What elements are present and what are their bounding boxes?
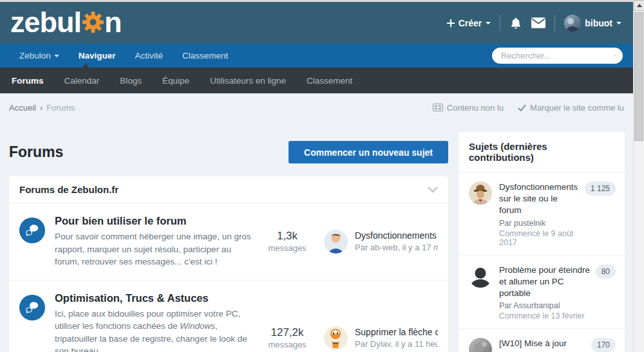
- recent-topics-card: Sujets (dernières contributions) Dysfonc…: [459, 132, 625, 352]
- forum-row-utiliser: Pour bien utiliser le forum Pour savoir …: [9, 203, 448, 281]
- message-count: 127,2k: [260, 326, 315, 339]
- divider: [554, 15, 555, 32]
- comments-icon: [19, 218, 45, 243]
- forum-description: Ici, place aux bidouilles pour optimiser…: [55, 308, 252, 352]
- plus-icon: [447, 19, 455, 27]
- scrollbar-thumb[interactable]: [634, 12, 643, 141]
- topic-author: Par pustelnik: [499, 219, 580, 228]
- unread-content-link[interactable]: Contenu non lu: [433, 103, 504, 113]
- category-header: Forums de Zebulon.fr: [9, 176, 448, 203]
- create-label: Créer: [459, 18, 482, 28]
- logo-text-left: zebul: [10, 9, 81, 37]
- nav-classement[interactable]: Classement: [182, 51, 228, 60]
- topic-author: Par Assurbanipal: [499, 301, 591, 310]
- caret-down-icon: [54, 55, 59, 57]
- tab-classement[interactable]: Classement: [307, 76, 352, 86]
- caret-down-icon: [486, 22, 491, 24]
- divider: [500, 15, 500, 32]
- last-post-title[interactable]: Dysfonctionnements sur l...: [355, 230, 438, 241]
- topic-info: Problème pour éteindre et allumer un PC …: [499, 264, 591, 321]
- category-title[interactable]: Forums de Zebulon.fr: [19, 184, 118, 195]
- last-post: Supprimer la flèche des ic... Par Dylav,…: [324, 326, 438, 350]
- bell-icon: [509, 17, 522, 30]
- last-post-avatar[interactable]: [324, 230, 348, 254]
- sidebar: Sujets (dernières contributions) Dysfonc…: [459, 132, 625, 352]
- comments-icon: [19, 295, 45, 320]
- forum-category-card: Forums de Zebulon.fr Pour bien utiliser …: [9, 176, 448, 352]
- forum-row-optimisation: Optimisation, Trucs & Astuces Ici, place…: [9, 281, 448, 352]
- nav-label: Activité: [135, 51, 164, 60]
- search-input[interactable]: [501, 51, 614, 60]
- topic-avatar[interactable]: [469, 181, 492, 205]
- logo-text-right: n: [104, 9, 122, 37]
- topic-info: Dysfonctionnements sur le site ou le for…: [499, 181, 580, 247]
- page-title: Forums: [9, 144, 63, 161]
- messages-button[interactable]: [531, 17, 545, 28]
- header-actions: Créer bibuot: [447, 15, 621, 32]
- nav-activite[interactable]: Activité: [135, 51, 164, 60]
- forum-info: Pour bien utiliser le forum Pour savoir …: [55, 215, 260, 268]
- topic-title[interactable]: Dysfonctionnements sur le site ou le for…: [499, 181, 580, 217]
- site-header: zebul n: [0, 2, 633, 44]
- nav-zebulon[interactable]: Zebulon: [19, 51, 59, 60]
- tab-utilisateurs[interactable]: Utilisateurs en ligne: [210, 76, 286, 86]
- topic-started: Commencé le 13 février: [499, 311, 591, 320]
- last-post-meta: Par Dylav, il y a 11 heures: [355, 339, 438, 349]
- message-count-label: messages: [260, 243, 315, 253]
- nav-naviguer[interactable]: Naviguer: [79, 51, 116, 60]
- page-title-row: Forums Commencer un nouveau sujet: [9, 141, 448, 163]
- user-menu[interactable]: bibuot: [564, 15, 621, 32]
- user-avatar: [564, 15, 581, 32]
- breadcrumb-bar: Accueil › Forums Contenu non lu Marquer …: [0, 93, 633, 122]
- message-count-label: messages: [260, 340, 315, 349]
- new-topic-button[interactable]: Commencer un nouveau sujet: [289, 141, 448, 163]
- nav-label: Classement: [182, 51, 228, 60]
- tab-blogs[interactable]: Blogs: [120, 76, 142, 86]
- primary-nav: Zebulon Naviguer Activité Classement: [0, 44, 633, 68]
- page: zebul n: [0, 2, 633, 352]
- reply-count-badge: 80: [596, 264, 616, 279]
- topic-item: Problème pour éteindre et allumer un PC …: [459, 255, 625, 329]
- last-post-meta: Par ab-web, il y a 17 minutes: [355, 243, 438, 252]
- forum-stats: 127,2k messages: [260, 326, 315, 349]
- chevron-down-icon[interactable]: [428, 187, 438, 193]
- breadcrumb: Accueil › Forums: [9, 103, 75, 113]
- envelope-icon: [531, 17, 545, 28]
- topic-item: [W10] Mise à jour 2021 - 21H1 et 21H2 Pa…: [459, 329, 625, 352]
- forum-title[interactable]: Pour bien utiliser le forum: [55, 215, 252, 227]
- topic-item: Dysfonctionnements sur le site ou le for…: [459, 172, 625, 255]
- scroll-up-icon: [637, 4, 642, 7]
- last-post-avatar[interactable]: [324, 326, 348, 350]
- message-count: 1,3k: [260, 230, 315, 243]
- search-icon[interactable]: [614, 51, 616, 60]
- mark-site-read-label: Marquer le site comme lu: [530, 103, 624, 113]
- nav-label: Zebulon: [19, 51, 51, 60]
- breadcrumb-separator: ›: [40, 103, 43, 113]
- search-box: [492, 48, 623, 64]
- scrollbar-up-button[interactable]: [634, 0, 644, 11]
- nav-label: Naviguer: [79, 51, 116, 60]
- topic-avatar[interactable]: [469, 338, 492, 352]
- last-post-title[interactable]: Supprimer la flèche des ic...: [355, 327, 438, 337]
- user-name: bibuot: [585, 18, 612, 28]
- mark-site-read-link[interactable]: Marquer le site comme lu: [518, 103, 624, 113]
- sidebar-title: Sujets (dernières contributions): [459, 132, 625, 172]
- topic-info: [W10] Mise à jour 2021 - 21H1 et 21H2 Pa…: [499, 338, 586, 352]
- site-logo[interactable]: zebul n: [10, 9, 122, 37]
- forum-title[interactable]: Optimisation, Trucs & Astuces: [55, 292, 252, 304]
- breadcrumb-home[interactable]: Accueil: [9, 103, 36, 113]
- vertical-scrollbar[interactable]: [633, 0, 644, 352]
- topic-title[interactable]: [W10] Mise à jour 2021 - 21H1 et 21H2: [499, 338, 586, 352]
- notifications-button[interactable]: [509, 17, 522, 30]
- tab-forums[interactable]: Forums: [12, 76, 44, 86]
- content-area: Forums Commencer un nouveau sujet Forums…: [0, 122, 633, 352]
- create-button[interactable]: Créer: [447, 18, 491, 28]
- caret-down-icon: [616, 22, 621, 24]
- breadcrumb-actions: Contenu non lu Marquer le site comme lu: [433, 103, 624, 113]
- main-column: Forums Commencer un nouveau sujet Forums…: [9, 132, 448, 352]
- topic-title[interactable]: Problème pour éteindre et allumer un PC …: [499, 264, 591, 300]
- reply-count-badge: 1 125: [585, 181, 616, 196]
- tab-equipe[interactable]: Équipe: [162, 76, 189, 86]
- topic-avatar[interactable]: [469, 264, 492, 288]
- tab-calendar[interactable]: Calendar: [64, 76, 100, 86]
